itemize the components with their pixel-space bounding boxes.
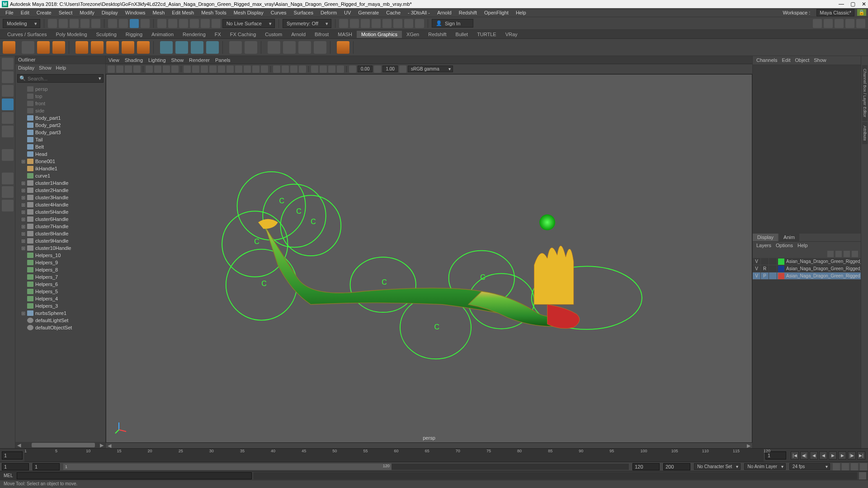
snap-live-icon[interactable] — [212, 19, 221, 28]
viewport-menu[interactable]: Renderer — [189, 57, 210, 63]
snap-grid-icon[interactable] — [157, 19, 166, 28]
vp-icon[interactable] — [261, 66, 268, 73]
shelf-icon[interactable] — [122, 41, 134, 54]
layer-tool-icon[interactable] — [852, 251, 858, 257]
signin-button[interactable]: 👤 Sign In — [432, 19, 473, 28]
autokey-icon[interactable] — [833, 463, 840, 470]
gamma-field[interactable]: 1.00 — [382, 66, 397, 72]
scale-tool[interactable] — [2, 126, 14, 137]
shelf-icon[interactable] — [229, 41, 242, 54]
vp-icon[interactable] — [209, 66, 217, 73]
outliner-item[interactable]: Body_part2 — [15, 122, 105, 129]
shelf-tab[interactable]: Sculpting — [92, 31, 121, 38]
layer-row[interactable]: VRAsian_Naga_Dragon_Green_Rigged_bones — [753, 265, 861, 272]
layer-tool-icon[interactable] — [844, 251, 850, 257]
shelf-icon[interactable] — [22, 41, 34, 54]
shelf-icon[interactable] — [52, 41, 65, 54]
outliner-item[interactable]: defaultLightSet — [15, 317, 105, 324]
vp-icon[interactable] — [290, 66, 297, 73]
layers-menu[interactable]: Layers — [756, 243, 771, 249]
shelf-tab[interactable]: FX Caching — [226, 31, 260, 38]
history-icon[interactable] — [339, 19, 348, 28]
shelf-tab[interactable]: Curves / Surfaces — [3, 31, 51, 38]
menu-item[interactable]: Arnold — [434, 10, 455, 15]
menu-item[interactable]: Curves — [267, 10, 290, 15]
play-forward-button[interactable]: ▶ — [829, 451, 837, 460]
shelf-tab[interactable]: Bifrost — [310, 31, 333, 38]
outliner-item[interactable]: Helpers_7 — [15, 273, 105, 281]
shelf-tab[interactable]: Bullet — [451, 31, 473, 38]
shelf-icon[interactable] — [283, 41, 296, 54]
outliner-item[interactable]: Helpers_3 — [15, 302, 105, 310]
perspective-viewport[interactable]: CCC CC CCC C persp — [106, 74, 752, 443]
symmetry-dropdown[interactable]: Symmetry: Off — [283, 19, 331, 28]
select-tool[interactable] — [2, 58, 14, 70]
select-mode-icon[interactable] — [108, 19, 117, 28]
command-input[interactable] — [17, 472, 252, 479]
four-view-layout[interactable] — [2, 186, 14, 198]
open-scene-icon[interactable] — [59, 19, 68, 28]
menu-item[interactable]: Edit — [17, 10, 33, 15]
save-scene-icon[interactable] — [70, 19, 79, 28]
vp-icon[interactable] — [218, 66, 225, 73]
range-track[interactable]: 1120 — [63, 464, 629, 470]
lasso-tool[interactable] — [2, 71, 14, 83]
last-tool[interactable] — [2, 149, 14, 161]
current-frame-field[interactable]: 1 — [2, 451, 23, 460]
viewport-menu[interactable]: Lighting — [148, 57, 166, 63]
select-hierarchy-icon[interactable] — [119, 19, 128, 28]
shelf-icon[interactable] — [175, 41, 188, 54]
layer-tool-icon[interactable] — [835, 251, 842, 257]
outliner-item[interactable]: ⊞cluster9Handle — [15, 237, 105, 244]
outliner-item[interactable]: Helpers_10 — [15, 252, 105, 259]
outliner-item[interactable]: Head — [15, 150, 105, 158]
shelf-icon[interactable] — [314, 41, 326, 54]
vp-icon[interactable] — [320, 66, 327, 73]
outliner-item[interactable]: Helpers_8 — [15, 266, 105, 273]
colorspace-dropdown[interactable]: sRGB gamma — [408, 66, 453, 72]
outliner-item[interactable]: Helpers_6 — [15, 281, 105, 288]
layer-tool-icon[interactable] — [827, 251, 834, 257]
outliner-item[interactable]: ⊞Bone001 — [15, 158, 105, 165]
menu-item[interactable]: Windows — [122, 10, 149, 15]
outliner-item[interactable]: ⊞cluster6Handle — [15, 216, 105, 223]
outliner-item[interactable]: ⊞cluster8Handle — [15, 230, 105, 237]
vp-icon[interactable] — [108, 66, 115, 73]
shelf-icon[interactable] — [337, 41, 349, 54]
shelf-tab[interactable]: VRay — [501, 31, 522, 38]
menu-item[interactable]: Display — [98, 10, 122, 15]
outliner-menu[interactable]: Display — [18, 65, 34, 71]
vp-icon[interactable] — [116, 66, 123, 73]
panel-layout-icon[interactable] — [845, 19, 854, 28]
outliner-item[interactable]: ⊞cluster7Handle — [15, 223, 105, 230]
render-icon[interactable] — [350, 19, 359, 28]
vp-icon[interactable] — [244, 66, 251, 73]
outliner-item[interactable]: ikHandle1 — [15, 165, 105, 172]
range-end-inner[interactable]: 120 — [632, 463, 660, 470]
shelf-icon[interactable] — [245, 41, 257, 54]
workspace-dropdown[interactable]: Maya Classic* — [816, 9, 854, 16]
shelf-icon[interactable] — [3, 41, 15, 54]
module-dropdown[interactable]: Modeling — [3, 19, 40, 28]
outliner-item[interactable]: side — [15, 107, 105, 114]
menu-item[interactable]: Cache — [382, 10, 404, 15]
step-back-key-button[interactable]: ◀| — [800, 451, 808, 460]
layer-tab[interactable]: Anim — [779, 234, 799, 241]
panel-layout-icon[interactable] — [856, 19, 865, 28]
vp-icon[interactable] — [252, 66, 259, 73]
range-start-outer[interactable]: 1 — [2, 463, 29, 470]
outliner-item[interactable]: ⊞cluster2Handle — [15, 187, 105, 194]
channelbox-menu[interactable]: Edit — [782, 57, 790, 63]
character-set-dropdown[interactable]: No Character Set — [694, 463, 741, 470]
vp-icon[interactable] — [299, 66, 306, 73]
vp-icon[interactable] — [133, 66, 141, 73]
vp-icon[interactable] — [337, 66, 344, 73]
vp-icon[interactable] — [235, 66, 242, 73]
channel-box[interactable] — [753, 65, 861, 234]
close-button[interactable]: ✕ — [862, 1, 866, 7]
outliner-item[interactable]: Body_part3 — [15, 129, 105, 136]
outliner-item[interactable]: ⊞cluster10Handle — [15, 244, 105, 252]
outliner-search[interactable]: 🔍 ▾ — [17, 74, 104, 83]
menu-item[interactable]: UV — [340, 10, 354, 15]
anim-layer-dropdown[interactable]: No Anim Layer — [744, 463, 786, 470]
